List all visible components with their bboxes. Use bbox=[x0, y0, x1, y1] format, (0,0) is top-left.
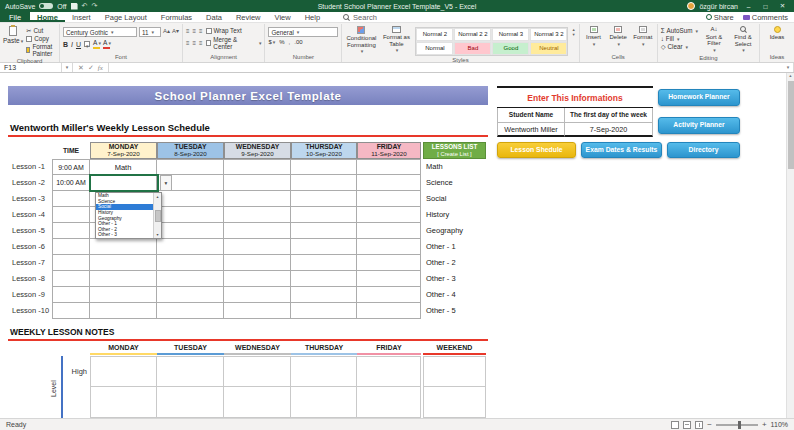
tab-data[interactable]: Data bbox=[199, 12, 229, 22]
thursday-cell[interactable] bbox=[291, 271, 357, 287]
style-normal[interactable]: Normal bbox=[416, 42, 453, 55]
close-button[interactable]: ✕ bbox=[776, 2, 789, 10]
notes-cell[interactable] bbox=[357, 387, 421, 418]
tab-home[interactable]: Home bbox=[30, 12, 65, 22]
thursday-cell[interactable] bbox=[291, 255, 357, 271]
name-box-dropdown-icon[interactable]: ▾ bbox=[62, 63, 73, 72]
style-normal-2-2[interactable]: Normal 2 2 bbox=[454, 28, 491, 41]
wednesday-cell[interactable] bbox=[224, 255, 291, 271]
style-normal-3[interactable]: Normal 3 bbox=[492, 28, 529, 41]
underline-button[interactable]: U bbox=[76, 41, 81, 48]
autosave-toggle[interactable] bbox=[39, 3, 53, 9]
align-left-icon[interactable]: ≡ bbox=[186, 40, 190, 46]
notes-cell[interactable] bbox=[157, 387, 224, 418]
notes-cell[interactable] bbox=[291, 387, 357, 418]
grow-font-icon[interactable]: A▴ bbox=[163, 27, 170, 37]
page-layout-view-icon[interactable] bbox=[683, 421, 691, 429]
font-family-select[interactable]: Century Gothic bbox=[63, 27, 137, 37]
gallery-scroll[interactable]: ▴ ▾ bbox=[571, 25, 575, 39]
monday-cell[interactable] bbox=[90, 303, 157, 319]
dropdown-item[interactable]: Other - 3 bbox=[96, 232, 153, 238]
cell-dropdown-button[interactable] bbox=[160, 175, 172, 191]
lessons-list-item[interactable]: Other - 4 bbox=[423, 287, 486, 303]
time-cell[interactable] bbox=[52, 287, 90, 303]
thursday-cell[interactable] bbox=[291, 191, 357, 207]
time-cell[interactable] bbox=[52, 255, 90, 271]
format-as-table-button[interactable]: Format as Table bbox=[380, 25, 412, 54]
align-bottom-icon[interactable]: ≡ bbox=[199, 28, 203, 34]
lessons-list-item[interactable]: Geography bbox=[423, 223, 486, 239]
lessons-list-item[interactable]: Social bbox=[423, 191, 486, 207]
notes-cell[interactable] bbox=[423, 356, 486, 387]
notes-cell[interactable] bbox=[90, 356, 157, 387]
clear-button[interactable]: ◇Clear bbox=[661, 43, 698, 50]
page-break-view-icon[interactable] bbox=[695, 421, 703, 429]
notes-cell[interactable] bbox=[423, 387, 486, 418]
monday-cell[interactable] bbox=[90, 239, 157, 255]
style-neutral[interactable]: Neutral bbox=[530, 42, 567, 55]
vertical-scrollbar[interactable]: ▴ bbox=[786, 73, 794, 418]
activity-planner-button[interactable]: Activity Planner bbox=[658, 117, 740, 134]
paste-button[interactable]: Paste bbox=[3, 25, 23, 44]
thursday-cell[interactable] bbox=[291, 159, 357, 175]
tuesday-cell[interactable] bbox=[157, 287, 224, 303]
tab-formulas[interactable]: Formulas bbox=[154, 12, 199, 22]
wednesday-cell[interactable] bbox=[224, 271, 291, 287]
scrollbar-up-icon[interactable]: ▴ bbox=[789, 73, 791, 78]
friday-cell[interactable] bbox=[357, 303, 421, 319]
tuesday-cell[interactable] bbox=[157, 239, 224, 255]
friday-cell[interactable] bbox=[357, 287, 421, 303]
friday-cell[interactable] bbox=[357, 223, 421, 239]
exam-dates-results-button[interactable]: Exam Dates & Results bbox=[581, 142, 662, 158]
name-box[interactable]: F13 bbox=[0, 63, 62, 72]
user-avatar[interactable] bbox=[687, 2, 695, 10]
ideas-button[interactable]: Ideas bbox=[763, 25, 791, 41]
merge-center-button[interactable]: Merge & Center bbox=[206, 36, 262, 50]
redo-icon[interactable]: ↷ bbox=[91, 2, 97, 10]
tuesday-cell[interactable] bbox=[157, 223, 224, 239]
save-icon[interactable] bbox=[71, 3, 78, 10]
style-normal-2[interactable]: Normal 2 bbox=[416, 28, 453, 41]
time-cell[interactable]: 9:00 AM bbox=[52, 159, 90, 175]
scroll-thumb[interactable] bbox=[155, 210, 161, 222]
friday-cell[interactable] bbox=[357, 239, 421, 255]
align-middle-icon[interactable]: ≡ bbox=[193, 28, 197, 34]
monday-cell[interactable] bbox=[90, 255, 157, 271]
scrollbar-thumb[interactable] bbox=[788, 81, 794, 169]
monday-cell[interactable] bbox=[90, 287, 157, 303]
friday-cell[interactable] bbox=[357, 255, 421, 271]
first-day-value[interactable]: 7-Sep-2020 bbox=[565, 123, 653, 137]
tab-help[interactable]: Help bbox=[298, 12, 327, 22]
time-cell[interactable] bbox=[52, 271, 90, 287]
lessons-list-item[interactable]: Science bbox=[423, 175, 486, 191]
bold-button[interactable]: B bbox=[63, 41, 68, 48]
tuesday-cell[interactable] bbox=[157, 303, 224, 319]
lessons-list-item[interactable]: Math bbox=[423, 159, 486, 175]
notes-cell[interactable] bbox=[224, 387, 291, 418]
wednesday-cell[interactable] bbox=[224, 175, 291, 191]
zoom-slider-thumb[interactable] bbox=[738, 421, 741, 429]
formula-input[interactable] bbox=[109, 63, 783, 72]
zoom-slider[interactable] bbox=[716, 424, 758, 426]
insert-cells-button[interactable]: Insert bbox=[583, 25, 605, 47]
wednesday-cell[interactable] bbox=[224, 207, 291, 223]
monday-cell[interactable]: Math bbox=[90, 159, 157, 175]
notes-cell[interactable] bbox=[291, 356, 357, 387]
conditional-formatting-button[interactable]: Conditional Formatting bbox=[345, 25, 377, 55]
currency-format-button[interactable]: $ bbox=[268, 39, 275, 45]
thursday-cell[interactable] bbox=[291, 175, 357, 191]
time-cell[interactable] bbox=[52, 207, 90, 223]
tab-page-layout[interactable]: Page Layout bbox=[98, 12, 154, 22]
zoom-in-icon[interactable]: + bbox=[762, 420, 767, 429]
decimal-buttons[interactable]: .00 bbox=[294, 39, 302, 45]
lessons-list-item[interactable]: History bbox=[423, 207, 486, 223]
fill-color-button[interactable]: A bbox=[93, 39, 100, 49]
undo-icon[interactable]: ↶ bbox=[82, 2, 88, 10]
find-select-button[interactable]: Find & Select bbox=[730, 25, 756, 54]
tuesday-cell[interactable] bbox=[157, 271, 224, 287]
autosum-button[interactable]: ΣAutoSum bbox=[661, 27, 698, 34]
time-cell[interactable] bbox=[52, 303, 90, 319]
zoom-level[interactable]: 110% bbox=[771, 421, 788, 428]
formula-bar-expand-icon[interactable]: ▾ bbox=[783, 63, 794, 72]
notes-cell[interactable] bbox=[90, 387, 157, 418]
